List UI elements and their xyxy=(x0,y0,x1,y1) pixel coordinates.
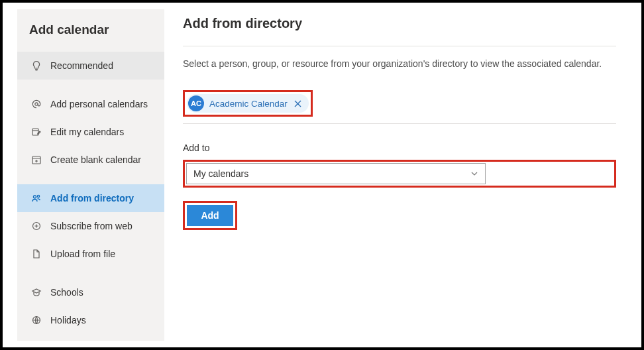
svg-point-0 xyxy=(35,103,38,105)
sidebar-item-label: Add personal calendars xyxy=(50,99,148,109)
graduation-cap-icon xyxy=(29,287,44,298)
sidebar-item-schools[interactable]: Schools xyxy=(17,278,164,306)
close-icon[interactable] xyxy=(293,98,303,109)
people-picker[interactable]: AC Academic Calendar xyxy=(183,90,616,124)
sidebar: Add calendar Recommended xyxy=(17,9,164,341)
people-icon xyxy=(29,193,44,204)
divider xyxy=(183,46,616,46)
sidebar-item-label: Edit my calendars xyxy=(50,127,124,137)
selected-person-chip[interactable]: AC Academic Calendar xyxy=(187,94,309,113)
highlight-box: AC Academic Calendar xyxy=(183,90,313,117)
add-to-label: Add to xyxy=(183,143,616,153)
chevron-down-icon xyxy=(470,170,478,178)
sidebar-item-subscribe-web[interactable]: Subscribe from web xyxy=(17,212,164,240)
sidebar-item-label: Recommended xyxy=(50,60,113,71)
sidebar-item-upload-file[interactable]: Upload from file xyxy=(17,240,164,268)
at-sign-icon xyxy=(29,99,44,109)
page-title: Add from directory xyxy=(183,16,616,46)
sidebar-title: Add calendar xyxy=(17,16,164,52)
globe-icon xyxy=(29,315,44,325)
intro-text: Select a person, group, or resource from… xyxy=(183,58,616,69)
main-panel: Add from directory Select a person, grou… xyxy=(164,9,635,341)
chip-label: Academic Calendar xyxy=(209,99,288,109)
link-icon xyxy=(29,221,44,231)
svg-point-3 xyxy=(34,196,36,198)
sidebar-item-label: Holidays xyxy=(50,315,86,325)
sidebar-item-add-personal[interactable]: Add personal calendars xyxy=(17,90,164,118)
add-to-select[interactable]: My calendars xyxy=(186,163,486,184)
select-value: My calendars xyxy=(193,168,248,179)
sidebar-item-label: Subscribe from web xyxy=(50,221,133,231)
sidebar-item-edit-calendars[interactable]: Edit my calendars xyxy=(17,118,164,146)
sidebar-item-add-from-directory[interactable]: Add from directory xyxy=(17,184,164,212)
svg-point-4 xyxy=(37,195,39,197)
edit-calendar-icon xyxy=(29,127,44,137)
sidebar-item-holidays[interactable]: Holidays xyxy=(17,306,164,334)
sidebar-item-label: Add from directory xyxy=(50,193,134,204)
sidebar-item-label: Upload from file xyxy=(50,249,115,259)
lightbulb-icon xyxy=(29,60,44,71)
sidebar-item-label: Create blank calendar xyxy=(50,154,141,165)
sidebar-item-recommended[interactable]: Recommended xyxy=(17,52,164,80)
highlight-box: My calendars xyxy=(183,160,616,188)
sidebar-item-create-blank[interactable]: Create blank calendar xyxy=(17,146,164,174)
window-frame: Add calendar Recommended xyxy=(0,0,644,350)
file-icon xyxy=(29,249,44,259)
avatar: AC xyxy=(188,95,204,111)
add-button[interactable]: Add xyxy=(187,205,233,226)
sidebar-item-label: Schools xyxy=(50,287,83,298)
highlight-box: Add xyxy=(183,201,237,230)
calendar-plus-icon xyxy=(29,154,44,165)
